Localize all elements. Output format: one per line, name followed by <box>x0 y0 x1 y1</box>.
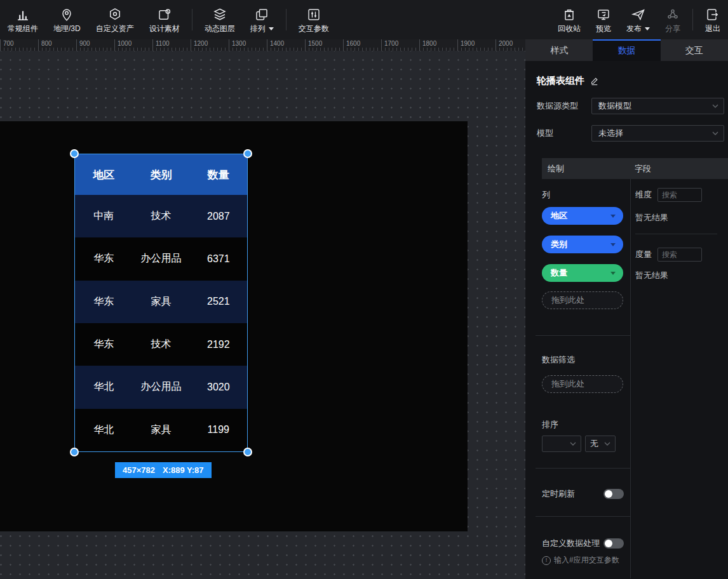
toolbar-geo-3d-button[interactable]: 地理/3D <box>46 0 88 39</box>
ruler-major-tick <box>419 39 420 51</box>
tab-draw[interactable]: 绘制 <box>542 163 635 175</box>
toolbar-dynamic-layers-button[interactable]: 动态图层 <box>197 0 243 39</box>
toolbar-publish-button[interactable]: 发布 <box>619 0 657 39</box>
arrange-icon <box>254 7 269 22</box>
ruler-major-tick <box>229 39 229 51</box>
toolbar-recycle-bin-button[interactable]: 回收站 <box>550 0 588 39</box>
chevron-down-icon <box>712 131 718 135</box>
toolbar-divider <box>192 9 192 30</box>
resize-handle-bottom-right[interactable] <box>243 448 252 456</box>
sort-field-select[interactable] <box>542 436 581 452</box>
edit-pencil-icon[interactable] <box>590 76 600 86</box>
toolbar-share-button: 分享 <box>657 0 688 39</box>
ruler-label: 800 <box>41 41 52 47</box>
ruler-major-tick <box>38 39 39 51</box>
table-cell: 华北 <box>75 409 132 451</box>
design-canvas[interactable]: 地区类别数量中南技术2087华东办公用品6371华东家具2521华东技术2192… <box>0 121 468 531</box>
table-row: 华东办公用品6371 <box>75 237 247 280</box>
toolbar-item-label: 预览 <box>596 25 611 32</box>
dimension-label: 维度 <box>635 189 652 201</box>
design-asset-icon <box>157 7 172 22</box>
sort-order-value: 无 <box>590 438 598 449</box>
ruler-label: 1300 <box>232 41 246 47</box>
datasource-type-select[interactable]: 数据模型 <box>591 98 724 114</box>
table-cell: 中南 <box>75 195 132 237</box>
toolbar-arrange-button[interactable]: 排列 <box>243 0 281 39</box>
resize-handle-bottom-left[interactable] <box>70 448 79 456</box>
column-drop-zone[interactable]: 拖到此处 <box>542 291 623 309</box>
panel-tab-style[interactable]: 样式 <box>525 39 593 61</box>
custom-processing-toggle[interactable] <box>603 538 624 549</box>
column-pill-2[interactable]: 类别 <box>542 236 623 253</box>
component-title: 轮播表组件 <box>537 75 584 87</box>
column-pill-list: 地区类别数量 <box>542 207 630 282</box>
hexagon-icon <box>107 7 123 22</box>
dimension-search-input[interactable] <box>657 188 702 202</box>
ruler-label: 1000 <box>118 41 131 47</box>
sort-order-select[interactable]: 无 <box>585 436 616 452</box>
toolbar-right-group: 回收站预览发布分享退出 <box>550 0 728 39</box>
measure-label: 度量 <box>635 249 652 260</box>
bar-chart-icon <box>15 7 30 22</box>
ruler-major-tick <box>305 39 306 51</box>
toolbar-item-label: 分享 <box>665 25 680 32</box>
tab-fields[interactable]: 字段 <box>635 163 651 175</box>
ruler-label: 1700 <box>384 41 398 47</box>
table-row: 中南技术2087 <box>75 195 247 237</box>
table-cell: 2087 <box>190 195 247 237</box>
table-row: 华北家具1199 <box>75 409 247 451</box>
table-cell: 2192 <box>190 323 247 366</box>
toolbar-item-label: 排列 <box>250 25 266 32</box>
table-cell: 办公用品 <box>132 237 189 280</box>
paper-plane-icon <box>631 7 646 22</box>
caret-down-icon <box>610 272 616 275</box>
ruler-label: 900 <box>79 41 90 47</box>
chevron-down-icon <box>712 104 718 108</box>
layers-icon <box>212 7 227 22</box>
caret-down-icon <box>645 27 650 30</box>
panel-tab-data[interactable]: 数据 <box>593 39 660 61</box>
selection-position: X:889 Y:87 <box>163 465 204 475</box>
ruler-major-tick <box>495 39 496 51</box>
carousel-table-widget[interactable]: 地区类别数量中南技术2087华东办公用品6371华东家具2521华东技术2192… <box>74 154 248 452</box>
toolbar-basic-components-button[interactable]: 常规组件 <box>0 0 46 39</box>
monitor-icon <box>596 7 611 22</box>
table-cell: 家具 <box>132 409 189 451</box>
measure-search-input[interactable] <box>657 248 702 262</box>
model-value: 未选择 <box>598 128 623 139</box>
column-pill-3[interactable]: 数量 <box>542 264 623 282</box>
custom-processing-label: 自定义数据处理 <box>542 538 600 549</box>
ruler-label: 1500 <box>308 41 322 47</box>
table-row: 华东家具2521 <box>75 281 247 323</box>
toolbar-item-label: 退出 <box>705 25 720 32</box>
toolbar-custom-assets-button[interactable]: 自定义资产 <box>88 0 142 39</box>
table-header-cell: 地区 <box>75 154 132 195</box>
toolbar-preview-button[interactable]: 预览 <box>588 0 619 39</box>
toolbar-item-label: 设计素材 <box>149 25 180 32</box>
ruler-major-tick <box>114 39 115 51</box>
resize-handle-top-left[interactable] <box>70 149 79 158</box>
table-cell: 技术 <box>132 195 189 237</box>
toolbar-item-label: 交互参数 <box>299 25 329 32</box>
panel-tab-interaction[interactable]: 交互 <box>661 39 728 61</box>
selection-size-badge: 457×782 X:889 Y:87 <box>115 462 212 478</box>
toolbar-interaction-params-button[interactable]: 交互参数 <box>291 0 337 39</box>
filter-drop-zone[interactable]: 拖到此处 <box>542 375 623 393</box>
ruler-major-tick <box>267 39 267 51</box>
ruler-major-tick <box>343 39 344 51</box>
column-pill-1[interactable]: 地区 <box>542 207 623 225</box>
ruler-label: 700 <box>3 41 14 47</box>
toolbar-divider <box>692 9 693 30</box>
model-select[interactable]: 未选择 <box>591 125 724 142</box>
toolbar-design-assets-button[interactable]: 设计素材 <box>142 0 187 39</box>
column-pill-label: 数量 <box>551 267 567 279</box>
toolbar-exit-button[interactable]: 退出 <box>698 0 728 39</box>
resize-handle-top-right[interactable] <box>243 149 252 158</box>
ruler-major-tick <box>0 39 1 51</box>
section-tab-strip: 绘制 字段 <box>542 158 728 179</box>
workspace[interactable]: 地区类别数量中南技术2087华东办公用品6371华东家具2521华东技术2192… <box>0 51 525 579</box>
table-cell: 3020 <box>190 366 247 408</box>
timed-refresh-toggle[interactable] <box>603 489 624 499</box>
toolbar-item-label: 发布 <box>626 25 642 32</box>
datasource-type-label: 数据源类型 <box>537 100 591 112</box>
